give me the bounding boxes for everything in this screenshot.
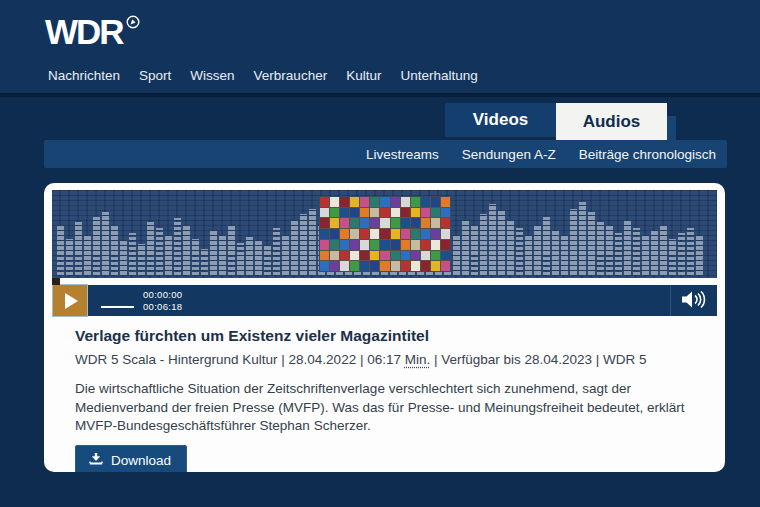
- download-button[interactable]: Download: [75, 445, 187, 472]
- nav-item-verbraucher[interactable]: Verbraucher: [254, 68, 328, 83]
- total-time: 00:06:18: [143, 301, 182, 312]
- waveform-banner: [52, 190, 717, 278]
- subnav-item-sendungen-az[interactable]: Sendungen A-Z: [462, 147, 556, 162]
- play-button[interactable]: [52, 284, 88, 317]
- minutes-abbreviation: Min.: [405, 352, 431, 367]
- episode-description: Die wirtschaftliche Situation der Zeitsc…: [75, 380, 694, 436]
- nav-item-nachrichten[interactable]: Nachrichten: [48, 68, 120, 83]
- volume-button[interactable]: [671, 285, 717, 316]
- episode-meta-prefix: WDR 5 Scala - Hintergrund Kultur | 28.04…: [75, 352, 405, 367]
- episode-meta: WDR 5 Scala - Hintergrund Kultur | 28.04…: [75, 352, 694, 367]
- wdr-logo[interactable]: WDR: [45, 14, 140, 49]
- speaker-icon: [681, 289, 708, 313]
- page: { "header": { "logo_text": "WDR", "nav_i…: [0, 0, 760, 507]
- main-nav: Nachrichten Sport Wissen Verbraucher Kul…: [48, 68, 478, 83]
- episode-info: Verlage fürchten um Existenz vieler Maga…: [52, 316, 717, 472]
- episode-title: Verlage fürchten um Existenz vieler Maga…: [75, 327, 694, 345]
- ard-registered-mark-icon: [126, 15, 140, 33]
- player-controls: 00:00:00 00:06:18: [52, 285, 717, 316]
- download-label: Download: [111, 453, 171, 468]
- subnav-bar: Livestreams Sendungen A-Z Beiträge chron…: [44, 140, 727, 168]
- audio-player-card: 00:00:00 00:06:18 Verlage fürchten um Ex…: [44, 183, 725, 472]
- seek-handle[interactable]: [52, 278, 60, 285]
- nav-item-wissen[interactable]: Wissen: [190, 68, 234, 83]
- progress-line: [101, 306, 134, 308]
- subnav-item-beitraege-chronologisch[interactable]: Beiträge chronologisch: [579, 147, 716, 162]
- download-icon: [89, 453, 103, 469]
- episode-thumbnail: [320, 197, 450, 271]
- tab-videos[interactable]: Videos: [445, 103, 556, 137]
- wdr-logo-text: WDR: [45, 14, 123, 49]
- nav-item-kultur[interactable]: Kultur: [346, 68, 381, 83]
- tab-bar-notch: [667, 116, 676, 140]
- time-display: 00:00:00 00:06:18: [143, 289, 182, 312]
- site-header: WDR Nachrichten Sport Wissen Verbraucher…: [0, 0, 760, 97]
- nav-item-unterhaltung[interactable]: Unterhaltung: [400, 68, 477, 83]
- nav-item-sport[interactable]: Sport: [139, 68, 171, 83]
- media-type-tabs: Videos Audios: [445, 103, 676, 137]
- episode-meta-suffix: | Verfügbar bis 28.04.2023 | WDR 5: [430, 352, 646, 367]
- subnav-item-livestreams[interactable]: Livestreams: [366, 147, 439, 162]
- elapsed-time: 00:00:00: [143, 289, 182, 300]
- tab-audios[interactable]: Audios: [556, 103, 667, 140]
- play-icon: [65, 293, 78, 309]
